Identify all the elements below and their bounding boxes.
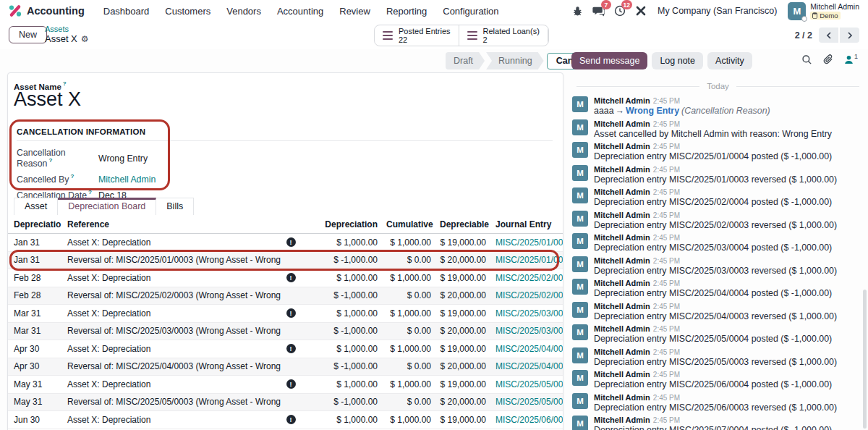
column-header-reference[interactable]: Reference xyxy=(63,219,281,229)
journal-entry-link[interactable]: MISC/2025/04/0004 xyxy=(490,361,563,371)
cell-cumulative: $ 1,000.00 xyxy=(382,344,435,354)
notebook-tab[interactable]: Depreciation Board xyxy=(58,198,156,215)
cell-depreciation: $ -1,000.00 xyxy=(301,290,382,300)
breadcrumb-parent-link[interactable]: Assets xyxy=(45,24,89,34)
message-body: Depreciation entry MISC/2025/04/0004 pos… xyxy=(594,288,832,300)
journal-entry-link[interactable]: MISC/2025/01/0003 xyxy=(490,237,563,248)
journal-entry-link[interactable]: MISC/2025/02/0004 xyxy=(490,290,563,300)
field-value[interactable]: Mitchell Admin xyxy=(98,174,156,185)
column-header-depreciable[interactable]: Depreciable V... xyxy=(435,219,490,229)
debug-bug-icon[interactable] xyxy=(572,6,583,17)
journal-entry-link[interactable]: MISC/2025/03/0003 xyxy=(490,308,563,319)
user-menu[interactable]: M Mitchell Admin Demo xyxy=(788,2,859,20)
action-gear-icon[interactable]: ⚙ xyxy=(81,35,89,43)
statusbar-state[interactable]: Draft xyxy=(446,52,485,69)
journal-entry-link[interactable]: MISC/2025/06/0003 xyxy=(490,415,563,425)
table-row[interactable]: Mar 31 Asset X: Depreciation ! $ 1,000.0… xyxy=(8,305,563,323)
chatter-message: M Mitchell Admin2:45 PM Asset cancelled … xyxy=(568,119,868,141)
journal-entry-link[interactable]: MISC/2025/05/0004 xyxy=(490,397,563,407)
new-button[interactable]: New xyxy=(9,26,47,43)
table-row[interactable]: May 31 Reversal of: MISC/2025/05/0003 (W… xyxy=(8,394,563,412)
menu-review[interactable]: Review xyxy=(332,4,378,19)
search-messages-icon[interactable] xyxy=(801,54,812,65)
journal-entry-link[interactable]: MISC/2025/01/0004 xyxy=(490,255,563,265)
chatter-message: M Mitchell Admin2:45 PM aaaa→Wrong Entry… xyxy=(568,96,868,118)
cell-date: Apr 30 xyxy=(8,344,63,354)
table-row[interactable]: May 31 Asset X: Depreciation ! $ 1,000.0… xyxy=(8,376,563,394)
statusbar-state[interactable]: Running xyxy=(486,52,544,69)
menu-customers[interactable]: Customers xyxy=(158,4,218,19)
table-row[interactable]: Mar 31 Reversal of: MISC/2025/03/0003 (W… xyxy=(8,323,563,341)
cell-date: May 31 xyxy=(8,397,63,407)
message-author: Mitchell Admin xyxy=(594,256,650,265)
table-row[interactable]: Feb 28 Asset X: Depreciation ! $ 1,000.0… xyxy=(8,269,563,287)
date-divider: Today xyxy=(576,82,859,90)
menu-dashboard[interactable]: Dashboard xyxy=(96,4,157,19)
menu-configuration[interactable]: Configuration xyxy=(435,4,506,19)
menu-accounting[interactable]: Accounting xyxy=(270,4,331,19)
journal-entry-link[interactable]: MISC/2025/04/0003 xyxy=(490,344,563,354)
send-message-button[interactable]: Send message xyxy=(571,52,647,69)
asset-name-value[interactable]: Asset X xyxy=(14,88,81,111)
chatter-message: M Mitchell Admin2:45 PM Depreciation ent… xyxy=(568,232,868,255)
menu-vendors[interactable]: Vendors xyxy=(219,4,268,19)
column-header-journal-entry[interactable]: Journal Entry xyxy=(490,219,563,229)
message-time: 2:45 PM xyxy=(653,97,680,105)
pager-previous-button[interactable] xyxy=(819,28,838,43)
followers-icon[interactable]: 1 xyxy=(844,55,857,64)
chatter-message: M Mitchell Admin2:45 PM Depreciation ent… xyxy=(568,415,868,430)
column-header-depreciation-date[interactable]: Depreciatio▲ xyxy=(8,219,63,229)
chevron-left-icon xyxy=(826,32,832,39)
table-row[interactable]: Feb 28 Reversal of: MISC/2025/02/0003 (W… xyxy=(8,287,563,305)
field-value[interactable]: Wrong Entry xyxy=(98,153,148,164)
table-row[interactable]: Apr 30 Reversal of: MISC/2025/04/0003 (W… xyxy=(8,358,563,376)
menu-reporting[interactable]: Reporting xyxy=(379,4,434,19)
field-label: Cancellation Reason? xyxy=(17,148,98,169)
pager-next-button[interactable] xyxy=(840,28,859,43)
cancellation-section: CANCELLATION INFORMATION Cancellation Re… xyxy=(17,127,553,201)
systray: 7 12 My Company (San Francisco) M Mitche… xyxy=(572,2,859,20)
message-avatar: M xyxy=(572,256,588,272)
tools-icon[interactable] xyxy=(635,5,647,17)
activity-button[interactable]: Activity xyxy=(707,52,752,69)
chatter-scrollbar[interactable] xyxy=(863,290,867,429)
table-row[interactable]: Jan 31 Reversal of: MISC/2025/01/0003 (W… xyxy=(8,252,563,270)
messages-badge: 7 xyxy=(601,0,611,9)
notebook-tab[interactable]: Asset xyxy=(14,198,58,215)
cell-reference: Reversal of: MISC/2025/04/0003 (Wrong As… xyxy=(63,361,281,371)
log-note-button[interactable]: Log note xyxy=(652,52,703,69)
chatter-message: M Mitchell Admin2:45 PM Depreciation ent… xyxy=(568,369,868,392)
chatter-message: M Mitchell Admin2:45 PM Depreciation ent… xyxy=(568,324,868,346)
column-header-cumulative[interactable]: Cumulative D... xyxy=(382,219,435,229)
table-row[interactable]: Jun 30 Asset X: Depreciation ! $ 1,000.0… xyxy=(8,411,563,429)
activities-clock-icon[interactable]: 12 xyxy=(614,5,626,17)
message-body: Depreciation entry MISC/2025/01/0003 rev… xyxy=(594,174,837,186)
message-time: 2:45 PM xyxy=(653,394,680,402)
journal-entry-link[interactable]: MISC/2025/02/0003 xyxy=(490,273,563,283)
odoo-accounting-screen: Accounting DashboardCustomersVendorsAcco… xyxy=(0,0,868,430)
cell-reference: Asset X: Depreciation xyxy=(63,379,281,389)
message-avatar: M xyxy=(572,279,588,295)
stat-button[interactable]: Posted Entries 22 xyxy=(375,25,459,46)
breadcrumb: Assets Asset X ⚙ xyxy=(45,24,89,44)
message-author: Mitchell Admin xyxy=(594,416,650,424)
messages-icon[interactable]: 7 xyxy=(592,5,605,17)
attachments-paperclip-icon[interactable] xyxy=(823,54,833,65)
company-selector[interactable]: My Company (San Francisco) xyxy=(656,6,778,16)
journal-entry-link[interactable]: MISC/2025/03/0004 xyxy=(490,326,563,336)
message-avatar: M xyxy=(572,233,588,249)
help-marker: ? xyxy=(63,80,67,87)
chatter-message: M Mitchell Admin2:45 PM Depreciation ent… xyxy=(568,392,868,415)
message-avatar: M xyxy=(572,187,588,203)
notebook-tab[interactable]: Bills xyxy=(156,198,194,215)
table-row[interactable]: Apr 30 Asset X: Depreciation ! $ 1,000.0… xyxy=(8,340,563,358)
cell-date: Jan 31 xyxy=(8,237,63,248)
journal-entries-icon xyxy=(467,31,477,41)
cell-depreciation: $ -1,000.00 xyxy=(301,255,382,265)
app-switcher[interactable]: Accounting xyxy=(9,4,85,17)
column-header-depreciation[interactable]: Depreciation xyxy=(301,219,382,229)
table-row[interactable]: Jan 31 Asset X: Depreciation ! $ 1,000.0… xyxy=(8,234,563,252)
journal-entry-link[interactable]: MISC/2025/05/0003 xyxy=(490,379,563,389)
cell-date: Feb 28 xyxy=(8,290,63,300)
stat-button[interactable]: Related Loan(s) 2 xyxy=(459,25,548,46)
